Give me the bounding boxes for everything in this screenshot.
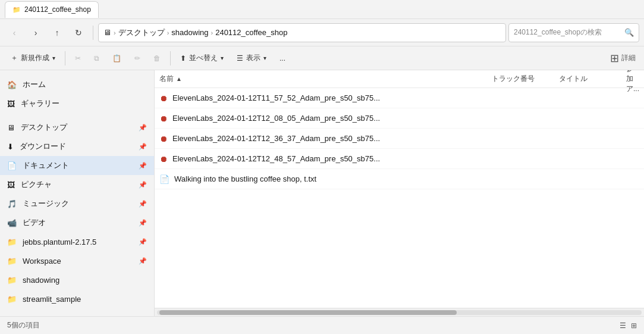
col-title-header[interactable]: タイトル <box>554 74 621 84</box>
pin-icon7: 📌 <box>139 238 147 246</box>
rename-button[interactable]: ✏ <box>128 49 146 68</box>
tab[interactable]: 📁 240112_coffee_shop <box>5 1 99 18</box>
breadcrumb-shadowing: shadowing <box>171 28 208 37</box>
scrollbar-area[interactable] <box>155 308 644 316</box>
scrollbar-thumb[interactable] <box>159 310 457 315</box>
detail-icon: ⊞ <box>610 52 619 65</box>
sidebar-item-downloads[interactable]: ⬇ ダウンロード 📌 <box>0 137 154 156</box>
file-list: ⏺ ElevenLabs_2024-01-12T11_57_52_Adam_pr… <box>155 88 644 308</box>
address-bar[interactable]: 🖥 › デスクトップ › shadowing › 240112_coffee_s… <box>98 23 506 42</box>
col-title-label: タイトル <box>559 74 588 84</box>
pin-icon8: 📌 <box>139 257 147 265</box>
cut-icon: ✂ <box>75 54 81 63</box>
file-content: 名前 ▲ トラック番号 タイトル 参加ア... ⏺ ElevenLabs_202… <box>155 70 644 316</box>
new-button[interactable]: ＋ 新規作成 ▾ <box>5 49 61 68</box>
delete-icon: 🗑 <box>153 54 161 63</box>
title-bar: 📁 240112_coffee_shop <box>0 0 644 19</box>
jebbs-icon: 📁 <box>7 238 17 246</box>
status-bar: 5個の項目 ☰ ⊞ <box>0 316 644 334</box>
file-name-3: ⏺ ElevenLabs_2024-01-12T12_48_57_Adam_pr… <box>155 154 504 164</box>
col-name-header[interactable]: 名前 ▲ <box>155 74 487 84</box>
paste-button[interactable]: 📋 <box>106 49 127 68</box>
action-toolbar: ＋ 新規作成 ▾ ✂ ⧉ 📋 ✏ 🗑 ⬆ 並べ替え ▾ ☰ 表示 ▾ ... ⊞… <box>0 46 644 70</box>
sidebar-item-streamlit[interactable]: 📁 streamlit_sample <box>0 289 154 308</box>
view-icon: ☰ <box>237 54 243 63</box>
view-chevron: ▾ <box>263 55 266 61</box>
breadcrumb-desktop: デスクトップ <box>118 27 165 38</box>
audio-icon-2: ⏺ <box>159 134 168 143</box>
sidebar-item-documents[interactable]: 📄 ドキュメント 📌 <box>0 156 154 175</box>
pc-icon: 🖥 <box>103 28 111 37</box>
view-button[interactable]: ☰ 表示 ▾ <box>231 49 272 68</box>
table-row[interactable]: ⏺ ElevenLabs_2024-01-12T12_08_05_Adam_pr… <box>155 108 644 129</box>
audio-icon-0: ⏺ <box>159 93 168 103</box>
txt-icon: 📄 <box>159 174 169 184</box>
status-icons: ☰ ⊞ <box>620 321 637 330</box>
copy-icon: ⧉ <box>94 54 99 63</box>
search-placeholder: 240112_coffee_shopの検索 <box>514 27 602 38</box>
list-view-icon[interactable]: ☰ <box>620 321 626 330</box>
shadowing-label: shadowing <box>23 276 59 285</box>
tab-label: 240112_coffee_shop <box>24 5 91 14</box>
audio-icon-1: ⏺ <box>159 114 168 123</box>
sort-button[interactable]: ⬆ 並べ替え ▾ <box>174 49 230 68</box>
col-track-header[interactable]: トラック番号 <box>487 74 554 84</box>
table-row[interactable]: ⏺ ElevenLabs_2024-01-12T11_57_52_Adam_pr… <box>155 88 644 108</box>
more-button[interactable]: ... <box>274 49 291 68</box>
up-button[interactable]: ↑ <box>48 23 67 42</box>
copy-button[interactable]: ⧉ <box>88 49 105 68</box>
sidebar-item-jebbs[interactable]: 📁 jebbs.plantuml-2.17.5 📌 <box>0 232 154 251</box>
shadowing-icon: 📁 <box>7 276 17 285</box>
table-row[interactable]: ⏺ ElevenLabs_2024-01-12T12_36_37_Adam_pr… <box>155 129 644 149</box>
jebbs-label: jebbs.plantuml-2.17.5 <box>23 238 96 246</box>
video-icon: 📹 <box>7 218 17 227</box>
sidebar-item-home[interactable]: 🏠 ホーム <box>0 75 154 94</box>
sidebar-item-desktop[interactable]: 🖥 デスクトップ 📌 <box>0 118 154 137</box>
item-count: 5個の項目 <box>7 320 40 330</box>
documents-icon: 📄 <box>7 161 17 170</box>
desktop-icon: 🖥 <box>7 123 15 132</box>
sep2 <box>65 51 65 65</box>
delete-button[interactable]: 🗑 <box>147 49 167 68</box>
sidebar-item-shadowing[interactable]: 📁 shadowing <box>0 270 154 289</box>
home-label: ホーム <box>23 79 46 90</box>
search-icon: 🔍 <box>624 28 634 37</box>
more-label: ... <box>279 54 285 63</box>
new-icon: ＋ <box>11 53 18 63</box>
audio-icon-3: ⏺ <box>159 154 168 164</box>
pin-icon5: 📌 <box>139 200 147 208</box>
sidebar-item-workspace[interactable]: 📁 Workspace 📌 <box>0 251 154 270</box>
new-label: 新規作成 <box>21 53 49 63</box>
sort-label: 並べ替え <box>189 53 218 63</box>
sep3 <box>170 51 171 65</box>
pictures-label: ピクチャ <box>21 179 52 190</box>
sort-arrow: ▲ <box>176 76 182 82</box>
gallery-label: ギャラリー <box>21 98 59 109</box>
workspace-icon: 📁 <box>7 257 17 266</box>
col-name-label: 名前 <box>159 74 174 84</box>
sort-chevron: ▾ <box>221 55 224 61</box>
view-label: 表示 <box>246 53 260 63</box>
cut-button[interactable]: ✂ <box>69 49 87 68</box>
detail-button[interactable]: ⊞ 詳細 <box>607 52 639 65</box>
sep1 <box>93 26 93 40</box>
sidebar-item-gallery[interactable]: 🖼 ギャラリー <box>0 94 154 113</box>
col-track-label: トラック番号 <box>492 74 535 84</box>
search-bar[interactable]: 240112_coffee_shopの検索 🔍 <box>508 23 639 42</box>
refresh-button[interactable]: ↻ <box>69 23 88 42</box>
sidebar-item-video[interactable]: 📹 ビデオ 📌 <box>0 213 154 232</box>
sidebar-item-pictures[interactable]: 🖼 ピクチャ 📌 <box>0 175 154 194</box>
forward-button[interactable]: › <box>26 23 45 42</box>
table-row[interactable]: 📄 Walking into the bustling coffee shop,… <box>155 169 644 189</box>
back-button[interactable]: ‹ <box>5 23 24 42</box>
video-label: ビデオ <box>23 217 46 228</box>
tab-icon: 📁 <box>12 6 21 14</box>
workspace-label: Workspace <box>23 257 61 266</box>
detail-label: 詳細 <box>621 53 636 63</box>
file-name-1: ⏺ ElevenLabs_2024-01-12T12_08_05_Adam_pr… <box>155 114 504 123</box>
breadcrumb-folder: 240112_coffee_shop <box>215 28 287 37</box>
grid-view-icon[interactable]: ⊞ <box>631 321 637 330</box>
sidebar-item-music[interactable]: 🎵 ミュージック 📌 <box>0 194 154 213</box>
file-name-4: 📄 Walking into the bustling coffee shop,… <box>155 174 504 184</box>
table-row[interactable]: ⏺ ElevenLabs_2024-01-12T12_48_57_Adam_pr… <box>155 149 644 169</box>
